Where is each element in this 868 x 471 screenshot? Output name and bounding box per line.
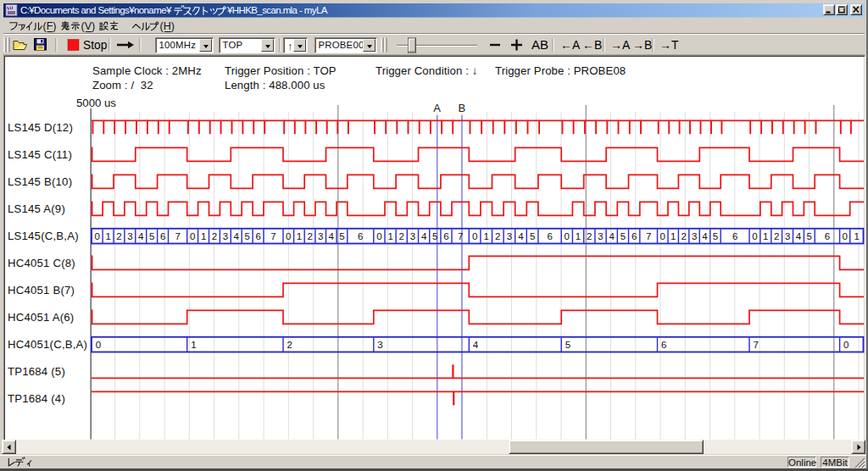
svg-text:A: A bbox=[433, 102, 441, 114]
svg-text:3: 3 bbox=[785, 231, 790, 241]
svg-text:4: 4 bbox=[702, 231, 708, 241]
svg-text:5000 us: 5000 us bbox=[76, 97, 116, 109]
svg-text:→A: →A bbox=[610, 38, 631, 52]
svg-text:3: 3 bbox=[377, 340, 382, 350]
svg-text:←B: ←B bbox=[582, 38, 602, 52]
svg-text:1: 1 bbox=[105, 231, 110, 241]
svg-text:HC4051 A(6): HC4051 A(6) bbox=[8, 311, 74, 324]
svg-text:1: 1 bbox=[387, 231, 392, 241]
svg-text:2: 2 bbox=[398, 231, 403, 241]
svg-text:7: 7 bbox=[458, 231, 463, 241]
svg-text:1: 1 bbox=[201, 231, 206, 241]
svg-text:LS145 C(11): LS145 C(11) bbox=[8, 148, 72, 161]
svg-text:6: 6 bbox=[443, 231, 448, 241]
svg-text:2: 2 bbox=[287, 340, 292, 350]
svg-text:6: 6 bbox=[732, 231, 737, 241]
svg-text:2: 2 bbox=[307, 231, 312, 241]
svg-text:(F): (F) bbox=[43, 20, 57, 32]
svg-text:¥HHKB_scan.mla - myLA: ¥HHKB_scan.mla - myLA bbox=[226, 5, 328, 15]
svg-text:0: 0 bbox=[659, 231, 665, 241]
svg-text:7: 7 bbox=[175, 231, 180, 241]
svg-text:4: 4 bbox=[609, 231, 615, 241]
svg-text:3: 3 bbox=[598, 231, 603, 241]
svg-text:1: 1 bbox=[191, 340, 196, 350]
svg-text:LS145 B(10): LS145 B(10) bbox=[8, 175, 72, 188]
svg-text:→B: →B bbox=[632, 38, 652, 52]
svg-text:1: 1 bbox=[670, 231, 676, 241]
svg-text:1: 1 bbox=[854, 231, 859, 241]
svg-text:2: 2 bbox=[495, 231, 500, 241]
svg-text:HC4051 C(8): HC4051 C(8) bbox=[8, 257, 75, 269]
svg-text:1: 1 bbox=[297, 231, 302, 241]
svg-text:LS145(C,B,A): LS145(C,B,A) bbox=[8, 230, 79, 242]
svg-text:6: 6 bbox=[358, 231, 363, 241]
svg-text:5: 5 bbox=[713, 231, 718, 241]
svg-text:7: 7 bbox=[646, 231, 651, 241]
svg-text:2: 2 bbox=[587, 231, 592, 241]
svg-text:(V): (V) bbox=[81, 20, 96, 32]
svg-text:7: 7 bbox=[754, 340, 759, 350]
svg-text:5: 5 bbox=[565, 340, 570, 350]
svg-text:4: 4 bbox=[329, 231, 335, 241]
svg-text:0: 0 bbox=[752, 231, 757, 241]
svg-text:TP1684 (5): TP1684 (5) bbox=[8, 365, 65, 378]
svg-text:→T: →T bbox=[659, 38, 679, 52]
svg-text:3: 3 bbox=[410, 231, 415, 241]
svg-text:5: 5 bbox=[339, 231, 344, 241]
svg-text:0: 0 bbox=[565, 231, 570, 241]
svg-text:1: 1 bbox=[763, 231, 768, 241]
svg-text:Stop: Stop bbox=[83, 39, 108, 52]
svg-text:HC4051 B(7): HC4051 B(7) bbox=[8, 284, 75, 296]
svg-text:1: 1 bbox=[483, 231, 488, 241]
svg-text:5: 5 bbox=[432, 231, 437, 241]
svg-text:6: 6 bbox=[547, 231, 552, 241]
svg-text:B: B bbox=[459, 102, 466, 114]
svg-text:5: 5 bbox=[530, 231, 535, 241]
svg-text:2: 2 bbox=[116, 231, 121, 241]
svg-text:2: 2 bbox=[212, 231, 217, 241]
svg-text:AB: AB bbox=[531, 37, 548, 52]
svg-text:3: 3 bbox=[507, 231, 512, 241]
svg-text:0: 0 bbox=[94, 231, 99, 241]
svg-text:0: 0 bbox=[842, 231, 847, 241]
svg-text:0: 0 bbox=[190, 231, 195, 241]
svg-text:3: 3 bbox=[692, 231, 697, 241]
svg-text:7: 7 bbox=[270, 231, 275, 241]
svg-text:0: 0 bbox=[843, 340, 849, 350]
svg-text:6: 6 bbox=[632, 231, 637, 241]
svg-text:0: 0 bbox=[96, 340, 101, 350]
svg-text:4: 4 bbox=[796, 231, 802, 241]
svg-text:4: 4 bbox=[138, 231, 144, 241]
svg-text:5: 5 bbox=[807, 231, 812, 241]
svg-text:4: 4 bbox=[518, 231, 524, 241]
svg-text:5: 5 bbox=[244, 231, 249, 241]
svg-text:3: 3 bbox=[223, 231, 228, 241]
svg-text:0: 0 bbox=[286, 231, 291, 241]
svg-text:3: 3 bbox=[127, 231, 132, 241]
svg-text:4: 4 bbox=[473, 340, 479, 350]
svg-text:5: 5 bbox=[620, 231, 626, 241]
svg-text:C:¥Documents and Settings¥nona: C:¥Documents and Settings¥noname¥ bbox=[20, 5, 172, 15]
svg-text:6: 6 bbox=[825, 231, 830, 241]
svg-text:LS145 D(12): LS145 D(12) bbox=[8, 121, 73, 134]
svg-text:6: 6 bbox=[160, 231, 165, 241]
svg-text:5: 5 bbox=[149, 231, 154, 241]
svg-text:6: 6 bbox=[255, 231, 260, 241]
svg-text:2: 2 bbox=[681, 231, 686, 241]
svg-text:HC4051(C,B,A): HC4051(C,B,A) bbox=[8, 338, 87, 351]
svg-text:←A: ←A bbox=[560, 38, 581, 52]
svg-text:4: 4 bbox=[421, 231, 427, 241]
svg-text:TP1684 (4): TP1684 (4) bbox=[8, 392, 65, 405]
svg-text:0: 0 bbox=[472, 231, 477, 241]
svg-text:6: 6 bbox=[661, 340, 666, 350]
svg-text:1: 1 bbox=[576, 231, 581, 241]
svg-text:0: 0 bbox=[376, 231, 381, 241]
svg-text:LS145 A(9): LS145 A(9) bbox=[8, 202, 65, 215]
svg-text:(H): (H) bbox=[160, 20, 175, 32]
svg-text:4: 4 bbox=[234, 231, 240, 241]
svg-text:3: 3 bbox=[318, 231, 323, 241]
svg-text:2: 2 bbox=[774, 231, 779, 241]
